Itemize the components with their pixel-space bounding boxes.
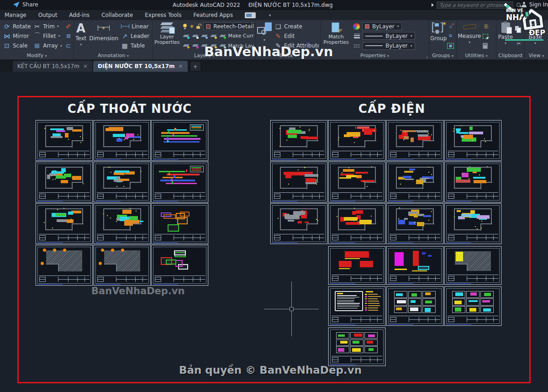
make-current-button[interactable]: Make Current: [228, 33, 254, 39]
drawing-sheet-right-r1c3[interactable]: [386, 120, 443, 161]
layer-tool-icon[interactable]: [192, 43, 199, 48]
drawing-sheet-right-r4c2[interactable]: [328, 246, 385, 285]
drawing-sheet-right-r1c4[interactable]: [444, 120, 501, 161]
drawing-sheet-left-r1c3[interactable]: [151, 120, 208, 161]
group-selection-toggle[interactable]: ▣: [447, 43, 454, 49]
insert-block-button[interactable]: ▾: [257, 21, 272, 51]
object-color-dropdown[interactable]: ByLayer ▾: [362, 22, 402, 30]
panel-label-clipboard[interactable]: Clipboard: [496, 53, 524, 58]
search-input[interactable]: [437, 1, 513, 9]
drawing-sheet-right-r5c4[interactable]: [444, 286, 501, 326]
close-tab-icon[interactable]: ×: [83, 63, 88, 69]
layer-tool-icon[interactable]: [183, 34, 190, 38]
explode-button[interactable]: ⧈: [65, 32, 72, 41]
drawing-sheet-right-r1c2[interactable]: [328, 120, 385, 161]
copy-clip-button[interactable]: [515, 26, 521, 32]
panel-label-properties[interactable]: Properties ▾: [321, 53, 429, 58]
offset-button[interactable]: ⊂: [65, 41, 72, 50]
ribbon-tab-express-tools[interactable]: Express Tools: [145, 12, 181, 18]
layer-tool-icon[interactable]: [219, 34, 226, 38]
trim-button[interactable]: ✂Trim▾: [33, 22, 62, 31]
ungroup-button[interactable]: ▫✶: [447, 23, 454, 29]
match-properties-button[interactable]: Match Properties: [322, 21, 350, 51]
edit-attributes-button[interactable]: ✎Edit Attributes▾: [274, 41, 319, 50]
close-tab-icon[interactable]: ×: [179, 63, 183, 69]
layer-dropdown[interactable]: Reetech-Detail ▾: [203, 22, 254, 30]
drawing-sheet-left-r3c1[interactable]: [36, 203, 93, 244]
measure-button[interactable]: Measure▾: [458, 21, 481, 51]
text-button[interactable]: A Text▾: [75, 21, 86, 51]
drawing-sheet-left-r1c1[interactable]: [36, 120, 93, 161]
linetype-dropdown[interactable]: ByLayer ▾: [363, 42, 415, 50]
erase-button[interactable]: ✐: [65, 22, 72, 31]
layer-tool-icon[interactable]: [210, 34, 217, 38]
dimension-button[interactable]: Dimension: [89, 21, 118, 51]
base-view-button[interactable]: Base▾: [526, 21, 544, 51]
cut-clip-button[interactable]: ✂: [515, 41, 522, 47]
share-button[interactable]: Share: [13, 1, 38, 8]
edit-block-button[interactable]: ✎Edit: [274, 32, 319, 41]
ribbon-tab-add-ins[interactable]: Add-ins: [69, 12, 90, 18]
drawing-sheet-left-r1c2[interactable]: [94, 120, 151, 161]
mirror-button[interactable]: ⋈Mirror: [3, 32, 31, 41]
drawing-sheet-left-r4c3[interactable]: [151, 245, 208, 286]
linear-button[interactable]: Linear▾: [121, 22, 151, 31]
drawing-sheet-left-r4c2[interactable]: [94, 245, 151, 286]
properties-dialog-launcher[interactable]: ⌟: [426, 54, 428, 58]
ribbon-tab-collaborate[interactable]: Collaborate: [101, 12, 133, 18]
drawing-sheet-right-r3c3[interactable]: [386, 203, 443, 244]
drawing-sheet-left-r2c2[interactable]: [94, 162, 151, 202]
ribbon-tab-featured-apps[interactable]: Featured Apps: [193, 12, 232, 18]
ribbon-tab-manage[interactable]: Manage: [5, 12, 26, 18]
drawing-sheet-left-r3c3[interactable]: [151, 203, 208, 244]
layer-tool-icon[interactable]: [201, 43, 208, 48]
group-button[interactable]: ✶ Group: [431, 21, 446, 51]
file-tab[interactable]: KẾT CẤU BT 10,5x17m×: [13, 61, 92, 72]
panel-label-modify[interactable]: Modify ▾: [0, 53, 74, 58]
workspace-caret[interactable]: ▾: [269, 13, 271, 17]
paste-button[interactable]: Paste▾: [498, 21, 513, 51]
leader-button[interactable]: ↗Leader▾: [121, 32, 151, 41]
drawing-sheet-right-r1c1[interactable]: [270, 120, 327, 161]
drawing-sheet-right-r4c4[interactable]: [444, 246, 501, 285]
panel-label-groups[interactable]: Groups ▾: [429, 53, 456, 58]
drawing-canvas[interactable]: CẤP THOÁT NƯỚC CẤP ĐIỆN BanVeNhaDep.vn B…: [0, 72, 548, 392]
drawing-sheet-right-r3c2[interactable]: [328, 203, 385, 244]
drawing-sheet-right-r6c2[interactable]: [328, 328, 385, 366]
drawing-sheet-left-r2c1[interactable]: [36, 162, 93, 202]
drawing-sheet-left-r2c3[interactable]: [151, 162, 208, 202]
drawing-sheet-right-r5c2[interactable]: [328, 286, 385, 326]
layer-on-icon[interactable]: [183, 24, 187, 29]
id-point-button[interactable]: ⎘: [483, 24, 490, 30]
create-block-button[interactable]: ❏Create: [274, 22, 319, 31]
sign-in-button[interactable]: Sign In: [521, 1, 548, 8]
calculator-button[interactable]: [483, 43, 488, 49]
ribbon-tab-output[interactable]: Output: [38, 12, 58, 18]
lineweight-dropdown[interactable]: ByLayer ▾: [363, 32, 415, 40]
quick-select-button[interactable]: [483, 34, 488, 39]
layer-tool-icon[interactable]: [201, 34, 208, 38]
collapse-search-icon[interactable]: [432, 3, 434, 7]
match-layer-button[interactable]: Match Layer: [228, 43, 254, 49]
panel-label-view[interactable]: View ▾: [525, 53, 548, 58]
layer-tool-icon[interactable]: [210, 43, 217, 48]
drawing-sheet-right-r2c1[interactable]: [270, 162, 327, 202]
workspace-button[interactable]: [245, 12, 256, 18]
group-edit-button[interactable]: ⧉: [447, 33, 454, 39]
layer-tool-icon[interactable]: [192, 34, 199, 38]
drawing-sheet-right-r4c3[interactable]: [386, 246, 443, 285]
table-button[interactable]: ▦Table: [121, 41, 151, 50]
array-button[interactable]: ⊞Array▾: [33, 41, 62, 50]
new-tab-button[interactable]: +: [190, 62, 200, 71]
rotate-button[interactable]: ⟳Rotate: [3, 22, 31, 31]
layer-tool-icon[interactable]: [219, 43, 226, 48]
layer-unlock-icon[interactable]: [196, 24, 201, 29]
layer-tool-icon[interactable]: [183, 43, 190, 48]
drawing-sheet-left-r4c1[interactable]: [36, 245, 93, 286]
drawing-sheet-right-r3c4[interactable]: [444, 203, 501, 244]
scale-button[interactable]: ⊡Scale: [3, 41, 31, 50]
panel-label-block[interactable]: Block ▾: [256, 53, 320, 58]
layer-thaw-icon[interactable]: ☀: [190, 23, 195, 30]
file-tab[interactable]: ĐIỆN NƯỚC BT 10,5x17m×: [93, 61, 188, 72]
drawing-sheet-left-r3c2[interactable]: [94, 203, 151, 244]
